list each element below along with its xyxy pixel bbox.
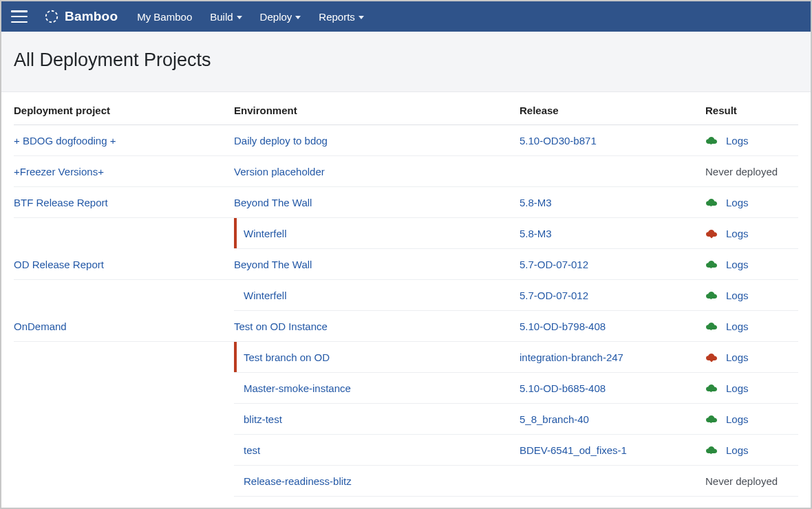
release-link[interactable]: 5.7-OD-07-012 [520,290,588,301]
result-cell: Logs [705,125,798,156]
project-cell [14,280,234,311]
environment-row: Master-smoke-instance5.10-OD-b685-408Log… [14,373,798,404]
environment-link[interactable]: Winterfell [244,228,287,239]
menu-icon[interactable] [11,10,28,23]
project-cell [14,373,234,404]
nav-my-bamboo[interactable]: My Bamboo [137,11,192,23]
release-cell: BDEV-6541_od_fixes-1 [520,435,705,466]
project-link[interactable]: BTF Release Report [14,197,108,208]
environment-row: Winterfell5.8-M3Logs [14,218,798,249]
release-link[interactable]: 5.8-M3 [520,197,552,208]
deploy-status-icon [705,446,718,455]
nav-deploy-label: Deploy [260,11,292,23]
environment-cell: Test on OD Instance [234,311,520,342]
result-cell: Never deployed [705,466,798,497]
failure-indicator-bar [234,342,237,372]
bamboo-logo-icon [44,9,59,24]
nav-my-bamboo-label: My Bamboo [137,11,192,23]
table-header-row: Deployment project Environment Release R… [14,92,798,125]
logs-link[interactable]: Logs [726,135,749,147]
environment-link[interactable]: Beyond The Wall [234,259,312,270]
project-link[interactable]: OD Release Report [14,259,104,270]
deploy-status-icon [705,415,718,424]
environment-cell: Release-readiness-blitz [234,466,520,497]
nav-build[interactable]: Build [210,11,242,23]
never-deployed-label: Never deployed [705,475,778,487]
nav-build-label: Build [210,11,233,23]
project-link[interactable]: OnDemand [14,321,67,332]
release-cell: 5.7-OD-07-012 [520,280,705,311]
logs-link[interactable]: Logs [726,444,749,456]
release-link[interactable]: 5.10-OD30-b871 [520,135,597,147]
environment-link[interactable]: Winterfell [244,290,287,301]
page-title: All Deployment Projects [14,50,798,71]
result-cell: Logs [705,373,798,404]
environment-link[interactable]: Test on OD Instance [234,321,328,332]
release-cell: 5_8_branch-40 [520,404,705,435]
brand-logo[interactable]: Bamboo [44,9,118,24]
logs-link[interactable]: Logs [726,228,749,239]
result-cell: Logs [705,280,798,311]
environment-cell: Daily deploy to bdog [234,125,520,156]
release-link[interactable]: 5.10-OD-b685-408 [520,382,606,394]
environment-cell: Test branch on OD [234,342,520,373]
release-cell: 5.10-OD30-b871 [520,125,705,156]
project-row: BTF Release ReportBeyond The Wall5.8-M3L… [14,187,798,218]
project-row: OD Release ReportBeyond The Wall5.7-OD-0… [14,249,798,280]
release-cell: 5.8-M3 [520,218,705,249]
project-link[interactable]: +Freezer Versions+ [14,166,104,177]
environment-link[interactable]: Version placeholder [234,166,325,177]
deploy-status-icon [705,260,718,270]
release-link[interactable]: BDEV-6541_od_fixes-1 [520,444,627,456]
release-cell: 5.10-OD-b798-408 [520,311,705,342]
brand-name: Bamboo [65,9,118,24]
environment-link[interactable]: blitz-test [244,413,282,425]
result-cell: Logs [705,404,798,435]
failure-indicator-bar [234,218,237,248]
deploy-status-icon [705,322,718,332]
environment-link[interactable]: Test branch on OD [244,351,330,363]
environment-link[interactable]: Master-smoke-instance [244,382,351,394]
never-deployed-label: Never deployed [705,166,778,177]
environment-link[interactable]: Daily deploy to bdog [234,135,328,147]
logs-link[interactable]: Logs [726,290,749,301]
nav-deploy[interactable]: Deploy [260,11,301,23]
project-cell [14,435,234,466]
logs-link[interactable]: Logs [726,351,749,363]
environment-cell: Winterfell [234,218,520,249]
logs-link[interactable]: Logs [726,197,749,208]
project-row: +Freezer Versions+Version placeholderNev… [14,156,798,187]
environment-link[interactable]: Release-readiness-blitz [244,475,352,487]
project-cell [14,218,234,249]
deploy-status-icon [705,291,718,301]
page-header: All Deployment Projects [1,32,811,92]
project-row: + BDOG dogfooding +Daily deploy to bdog5… [14,125,798,156]
col-release: Release [520,92,705,125]
environment-link[interactable]: test [244,444,260,456]
environment-row: Test branch on ODintegration-branch-247L… [14,342,798,373]
result-cell: Logs [705,187,798,218]
result-cell: Logs [705,342,798,373]
logs-link[interactable]: Logs [726,321,749,332]
nav-reports[interactable]: Reports [319,11,364,23]
svg-point-0 [46,11,58,23]
logs-link[interactable]: Logs [726,259,749,270]
result-cell: Never deployed [705,156,798,187]
chevron-down-icon [295,16,301,19]
deploy-status-icon [705,384,718,393]
project-link[interactable]: + BDOG dogfooding + [14,135,116,147]
logs-link[interactable]: Logs [726,413,749,425]
release-link[interactable]: 5.10-OD-b798-408 [520,321,606,332]
release-link[interactable]: integration-branch-247 [520,351,623,363]
environment-cell: test [234,435,520,466]
release-cell [520,466,705,497]
logs-link[interactable]: Logs [726,382,749,394]
release-link[interactable]: 5.7-OD-07-012 [520,259,588,270]
environment-row: blitz-test5_8_branch-40Logs [14,404,798,435]
release-link[interactable]: 5.8-M3 [520,228,552,239]
environment-link[interactable]: Beyond The Wall [234,197,312,208]
result-cell: Logs [705,311,798,342]
project-cell: OnDemand [14,311,234,342]
release-link[interactable]: 5_8_branch-40 [520,413,589,425]
project-cell: OD Release Report [14,249,234,280]
